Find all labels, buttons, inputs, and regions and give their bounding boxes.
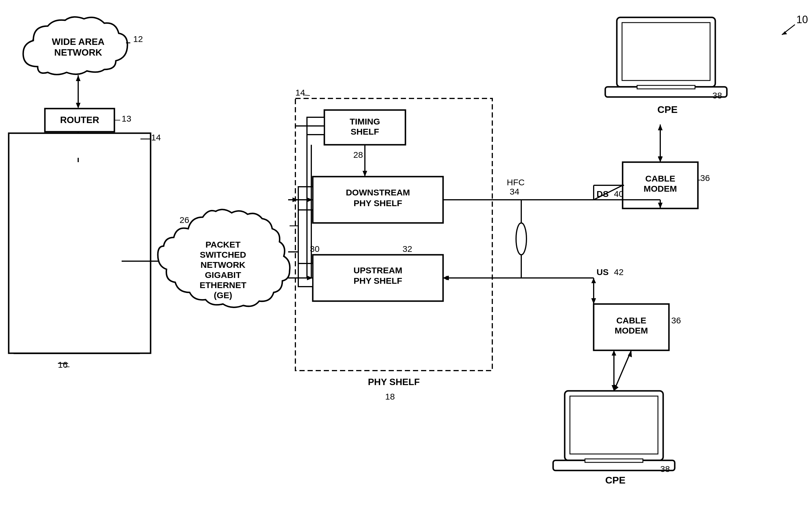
svg-marker-18	[76, 103, 81, 108]
svg-marker-2	[782, 31, 787, 35]
cable-modem-top-node	[623, 162, 698, 208]
svg-text:US: US	[597, 267, 609, 277]
svg-text:14: 14	[295, 88, 305, 97]
packet-shelf-node	[14, 139, 139, 353]
svg-text:18: 18	[385, 392, 395, 401]
router-node	[45, 108, 114, 132]
svg-marker-163	[658, 157, 663, 162]
svg-marker-168	[612, 385, 616, 391]
svg-line-58	[304, 95, 310, 95]
svg-line-1	[782, 25, 795, 35]
svg-text:40: 40	[614, 189, 623, 198]
svg-text:34: 34	[510, 187, 519, 196]
svg-text:PHY SHELF: PHY SHELF	[368, 377, 420, 387]
svg-text:42: 42	[614, 267, 623, 277]
ds-line	[443, 198, 660, 201]
ref-10: 10	[796, 14, 808, 26]
diagram: 10 WIDE AREA NETWORK WIDE AREA NETWORK 1…	[0, 0, 812, 531]
svg-text:16: 16	[58, 360, 68, 369]
wan-node	[23, 17, 145, 87]
svg-marker-169	[612, 350, 616, 356]
svg-marker-165	[591, 298, 596, 304]
svg-text:DS: DS	[597, 189, 609, 198]
svg-text:36: 36	[671, 315, 681, 325]
hfc-connector	[516, 223, 526, 255]
cpe-bottom-node	[565, 391, 663, 501]
svg-text:36: 36	[700, 173, 710, 183]
svg-text:14: 14	[151, 133, 161, 142]
svg-line-127	[614, 350, 631, 391]
cpe-top-node	[617, 17, 715, 128]
svg-text:HFC: HFC	[507, 177, 525, 187]
phy-shelf-dashed-container	[295, 99, 492, 371]
svg-marker-128	[614, 384, 619, 391]
svg-marker-129	[628, 350, 632, 357]
svg-line-100	[594, 185, 623, 200]
svg-marker-26	[76, 132, 81, 137]
svg-marker-118	[591, 298, 596, 304]
us-line	[443, 277, 594, 279]
svg-text:13: 13	[121, 114, 131, 123]
svg-marker-106	[658, 156, 663, 162]
cable-modem-bottom-node	[594, 304, 669, 350]
packet-switched-network-node	[158, 217, 291, 310]
